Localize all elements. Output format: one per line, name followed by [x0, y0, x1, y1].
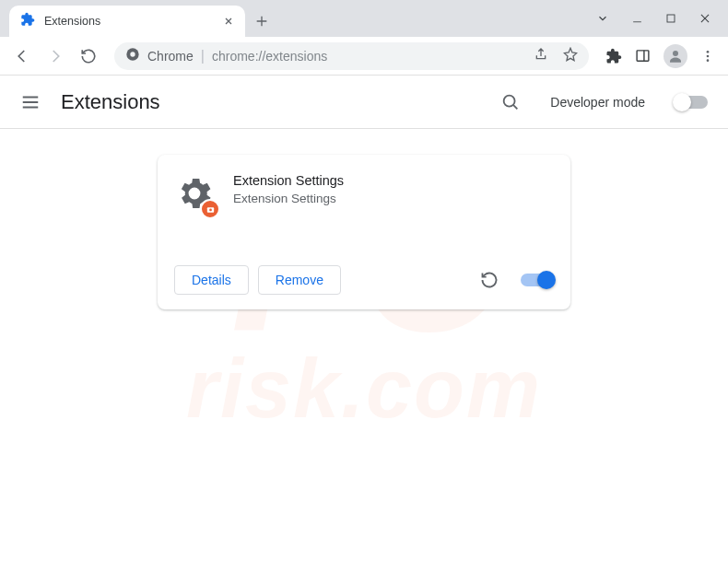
details-button[interactable]: Details: [174, 265, 249, 295]
hamburger-menu-icon[interactable]: [20, 92, 41, 112]
svg-rect-3: [637, 51, 649, 61]
search-icon[interactable]: [500, 92, 521, 112]
svg-rect-0: [667, 15, 675, 22]
extension-puzzle-icon: [20, 12, 35, 30]
tab-title: Extensions: [44, 15, 214, 28]
side-panel-icon[interactable]: [635, 48, 651, 64]
svg-point-10: [209, 208, 212, 211]
bookmark-star-icon[interactable]: [563, 47, 578, 65]
profile-avatar[interactable]: [663, 44, 687, 68]
close-window-icon[interactable]: [699, 12, 711, 25]
maximize-window-icon[interactable]: [665, 12, 676, 25]
new-tab-button[interactable]: [254, 6, 269, 37]
url-divider: |: [201, 48, 205, 64]
remove-button[interactable]: Remove: [258, 265, 341, 295]
svg-point-7: [707, 59, 710, 62]
back-button[interactable]: [9, 43, 35, 69]
chevron-down-icon[interactable]: [596, 12, 609, 25]
extension-description: Extension Settings: [233, 192, 344, 205]
close-tab-icon[interactable]: [223, 16, 234, 27]
extensions-page-header: Extensions Developer mode: [0, 76, 728, 129]
svg-point-2: [130, 52, 135, 56]
svg-point-4: [673, 51, 678, 56]
minimize-window-icon[interactable]: [631, 12, 643, 25]
address-bar[interactable]: Chrome | chrome://extensions: [114, 42, 589, 70]
browser-tab[interactable]: Extensions: [9, 6, 245, 37]
reload-extension-icon[interactable]: [480, 271, 499, 289]
kebab-menu-icon[interactable]: [700, 49, 715, 64]
chrome-logo-icon: [125, 47, 140, 65]
reload-button[interactable]: [76, 43, 101, 69]
extension-badge-icon: [200, 199, 220, 219]
extension-enable-toggle[interactable]: [521, 274, 554, 286]
url-path: chrome://extensions: [212, 49, 526, 64]
svg-point-6: [707, 54, 710, 57]
extension-card: Extension Settings Extension Settings De…: [158, 155, 570, 309]
svg-point-5: [707, 51, 710, 53]
extensions-puzzle-icon[interactable]: [605, 48, 622, 64]
svg-point-8: [504, 95, 515, 106]
extensions-grid: Extension Settings Extension Settings De…: [0, 129, 728, 309]
share-icon[interactable]: [534, 47, 548, 65]
url-scheme-label: Chrome: [147, 49, 194, 64]
forward-button[interactable]: [42, 43, 68, 69]
browser-toolbar: Chrome | chrome://extensions: [0, 37, 728, 76]
extension-name: Extension Settings: [233, 173, 344, 188]
developer-mode-label: Developer mode: [550, 95, 645, 110]
developer-mode-toggle[interactable]: [675, 96, 708, 109]
extension-icon: [174, 173, 215, 214]
browser-titlebar: Extensions: [0, 0, 728, 37]
page-title: Extensions: [61, 90, 160, 114]
